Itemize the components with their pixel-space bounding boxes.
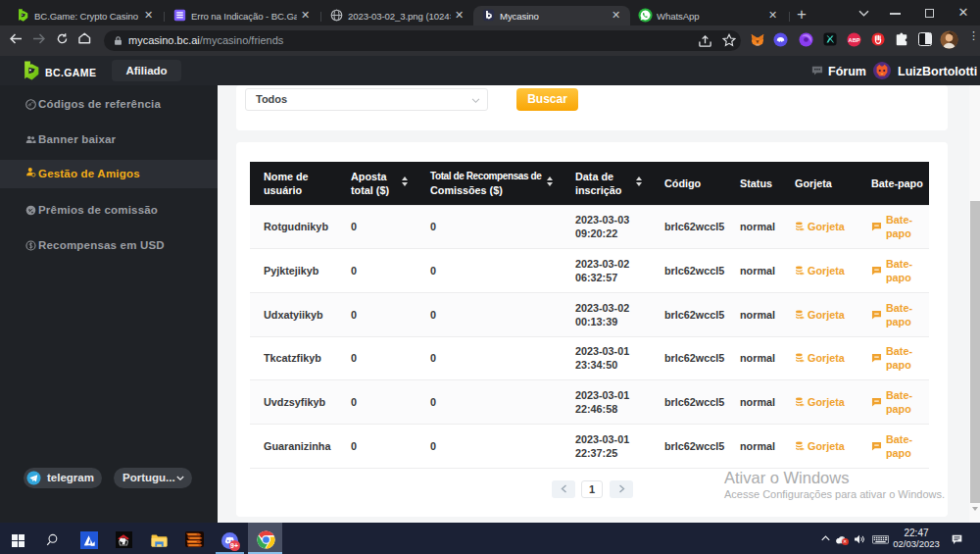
svg-text:ABP: ABP <box>849 37 860 43</box>
